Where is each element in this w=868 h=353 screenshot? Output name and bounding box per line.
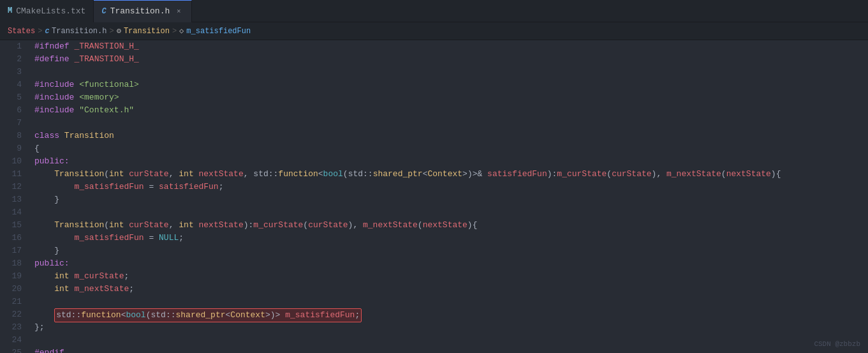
breadcrumb-sep-2: >: [109, 27, 114, 36]
ln-10: 10: [0, 155, 22, 168]
ln-12: 12: [0, 181, 22, 193]
ln-11: 11: [0, 168, 22, 181]
breadcrumb-method: m_satisfiedFun: [186, 27, 251, 36]
tab-cmake-label: CMakeLists.txt: [16, 6, 85, 16]
tab-close-button[interactable]: ×: [173, 6, 184, 17]
ln-24: 24: [0, 334, 22, 347]
ln-9: 9: [0, 142, 22, 155]
breadcrumb-diamond-icon: ◇: [179, 26, 184, 36]
ln-3: 3: [0, 66, 22, 79]
breadcrumb-class: Transition: [124, 27, 170, 36]
code-line-17: }: [34, 244, 868, 257]
breadcrumb-sep-1: >: [38, 27, 42, 36]
ln-19: 19: [0, 270, 22, 283]
code-line-4: #include <functional>: [34, 79, 868, 91]
code-line-2: #define _TRANSTION_H_: [34, 53, 868, 66]
ln-23: 23: [0, 321, 22, 334]
breadcrumb-sep-3: >: [172, 27, 177, 36]
code-line-11: Transition(int curState, int nextState, …: [34, 168, 868, 181]
ln-20: 20: [0, 283, 22, 296]
ln-14: 14: [0, 206, 22, 219]
code-line-5: #include <memory>: [34, 91, 868, 104]
code-line-14: [34, 206, 868, 219]
ln-6: 6: [0, 104, 22, 117]
breadcrumb-c-icon: C: [45, 27, 49, 35]
code-line-1: #ifndef _TRANSTION_H_: [34, 40, 868, 53]
ln-16: 16: [0, 232, 22, 244]
code-line-9: {: [34, 142, 868, 155]
ln-8: 8: [0, 130, 22, 142]
h-icon: C: [101, 7, 106, 16]
tab-transition[interactable]: C Transition.h ×: [94, 0, 192, 22]
code-line-15: Transition(int curState, int nextState):…: [34, 219, 868, 232]
code-line-19: int m_curState;: [34, 270, 868, 283]
breadcrumb: States > C Transition.h > ⚙ Transition >…: [0, 22, 868, 40]
code-line-21: [34, 296, 868, 308]
code-line-25: #endif: [34, 347, 868, 353]
code-line-18: public:: [34, 257, 868, 270]
ln-17: 17: [0, 244, 22, 257]
tab-transition-label: Transition.h: [110, 6, 170, 16]
code-line-7: [34, 117, 868, 130]
ln-7: 7: [0, 117, 22, 130]
ln-25: 25: [0, 347, 22, 353]
ln-2: 2: [0, 53, 22, 66]
ln-13: 13: [0, 193, 22, 206]
code-line-3: [34, 66, 868, 79]
line-numbers: 1 2 3 4 5 6 7 8 9 10 11 12 13 14 15 16 1…: [0, 40, 28, 353]
tab-bar: M CMakeLists.txt C Transition.h ×: [0, 0, 868, 22]
cmake-icon: M: [8, 6, 12, 15]
code-line-12: m_satisfiedFun = satisfiedFun;: [34, 181, 868, 193]
code-line-8: class Transition: [34, 130, 868, 142]
breadcrumb-states: States: [8, 27, 35, 36]
ln-1: 1: [0, 40, 22, 53]
code-line-22: std::function<bool(std::shared_ptr<Conte…: [34, 308, 868, 321]
code-line-24: [34, 334, 868, 347]
ln-5: 5: [0, 91, 22, 104]
code-line-10: public:: [34, 155, 868, 168]
code-line-13: }: [34, 193, 868, 206]
code-line-6: #include "Context.h": [34, 104, 868, 117]
breadcrumb-gear-icon: ⚙: [117, 26, 121, 36]
code-line-16: m_satisfiedFun = NULL;: [34, 232, 868, 244]
code-line-23: };: [34, 321, 868, 334]
code-content[interactable]: #ifndef _TRANSTION_H_ #define _TRANSTION…: [28, 40, 868, 353]
code-line-20: int m_nextState;: [34, 283, 868, 296]
ln-22: 22: [0, 308, 22, 321]
ln-4: 4: [0, 79, 22, 91]
ln-18: 18: [0, 257, 22, 270]
code-area: 1 2 3 4 5 6 7 8 9 10 11 12 13 14 15 16 1…: [0, 40, 868, 353]
breadcrumb-file: Transition.h: [52, 27, 107, 36]
watermark: CSDN @zbbzb: [814, 340, 860, 348]
ln-15: 15: [0, 219, 22, 232]
tab-cmake[interactable]: M CMakeLists.txt: [0, 0, 94, 22]
ln-21: 21: [0, 296, 22, 308]
